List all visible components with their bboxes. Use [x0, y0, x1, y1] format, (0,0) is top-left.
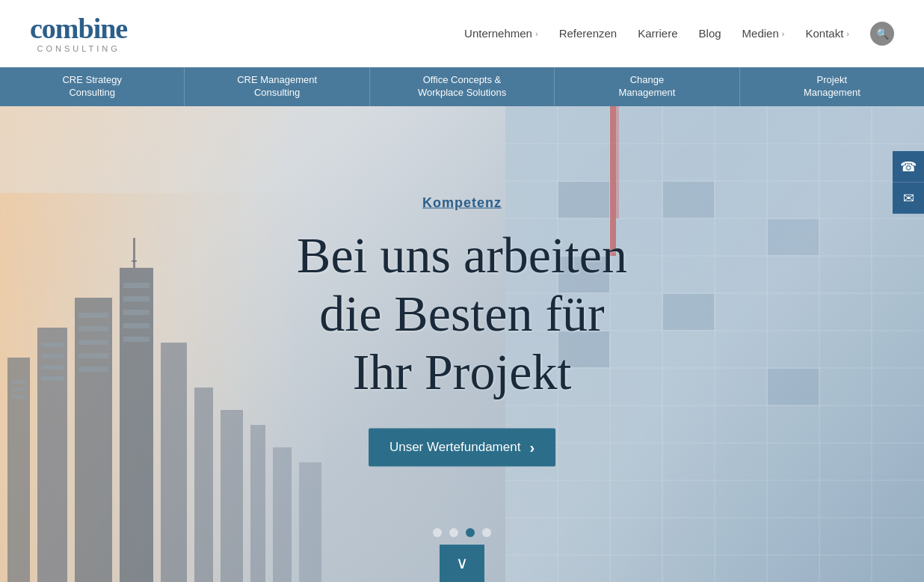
hero-content: Kompetenz Bei uns arbeiten die Besten fü… [297, 195, 627, 467]
sub-navigation: CRE Strategy Consulting CRE Management C… [0, 67, 924, 106]
nav-label: Medien [742, 27, 779, 40]
nav-item-unternehmen[interactable]: Unternehmen › [464, 27, 538, 40]
slide-dot-1[interactable] [433, 528, 442, 537]
email-icon: ✉ [903, 190, 914, 206]
subnav-item-office-concepts[interactable]: Office Concepts & Workplace Solutions [370, 67, 555, 106]
nav-label: Unternehmen [464, 27, 532, 40]
subnav-item-cre-strategy[interactable]: CRE Strategy Consulting [0, 67, 185, 106]
hero-cta-label: Unser Wertefundament [389, 440, 520, 455]
subnav-label: Office Concepts & Workplace Solutions [418, 74, 506, 99]
subnav-label: Projekt Management [804, 74, 860, 99]
slide-dot-2[interactable] [449, 528, 458, 537]
hero-label: Kompetenz [297, 195, 627, 211]
site-header: combine CONSULTING Unternehmen › Referen… [0, 0, 924, 67]
chevron-icon: › [535, 29, 538, 38]
nav-label: Kontakt [805, 27, 843, 40]
subnav-label: Change Management [618, 74, 675, 99]
scroll-down-button[interactable]: ∨ [440, 545, 484, 582]
chevron-down-icon: ∨ [456, 554, 468, 573]
chevron-icon: › [782, 29, 785, 38]
headline-line-3: Ihr Projekt [297, 343, 627, 401]
headline-line-2: die Besten für [297, 284, 627, 343]
hero-headline: Bei uns arbeiten die Besten für Ihr Proj… [297, 226, 627, 402]
subnav-label: CRE Strategy Consulting [62, 74, 121, 99]
phone-contact-button[interactable]: ☎ [893, 151, 924, 183]
logo-subtitle: CONSULTING [30, 44, 127, 53]
search-button[interactable]: 🔍 [870, 22, 894, 46]
nav-item-kontakt[interactable]: Kontakt › [805, 27, 849, 40]
logo-wordmark: combine [30, 13, 127, 44]
side-contact-icons: ☎ ✉ [893, 151, 924, 214]
chevron-icon: › [846, 29, 849, 38]
logo-text: combine [30, 14, 127, 43]
subnav-item-change-management[interactable]: Change Management [555, 67, 739, 106]
slide-dot-4[interactable] [482, 528, 491, 537]
phone-icon: ☎ [900, 159, 917, 175]
hero-cta-button[interactable]: Unser Wertefundament › [369, 428, 555, 466]
nav-label: Karriere [638, 27, 677, 40]
nav-label: Blog [699, 27, 721, 40]
nav-label: Referenzen [559, 27, 617, 40]
search-icon: 🔍 [876, 28, 889, 40]
nav-item-medien[interactable]: Medien › [742, 27, 785, 40]
logo[interactable]: combine CONSULTING [30, 14, 127, 53]
hero-section: Kompetenz Bei uns arbeiten die Besten fü… [0, 106, 924, 582]
nav-item-referenzen[interactable]: Referenzen [559, 27, 617, 40]
nav-item-blog[interactable]: Blog [699, 27, 721, 40]
main-nav: Unternehmen › Referenzen Karriere Blog M… [464, 22, 894, 46]
headline-line-1: Bei uns arbeiten [297, 226, 627, 284]
subnav-label: CRE Management Consulting [237, 74, 317, 99]
slide-dot-3[interactable] [466, 528, 475, 537]
hero-cta-arrow-icon: › [529, 438, 535, 456]
subnav-item-projekt-management[interactable]: Projekt Management [740, 67, 924, 106]
email-contact-button[interactable]: ✉ [893, 183, 924, 214]
subnav-item-cre-management[interactable]: CRE Management Consulting [185, 67, 369, 106]
nav-item-karriere[interactable]: Karriere [638, 27, 677, 40]
hero-dots [433, 528, 491, 537]
